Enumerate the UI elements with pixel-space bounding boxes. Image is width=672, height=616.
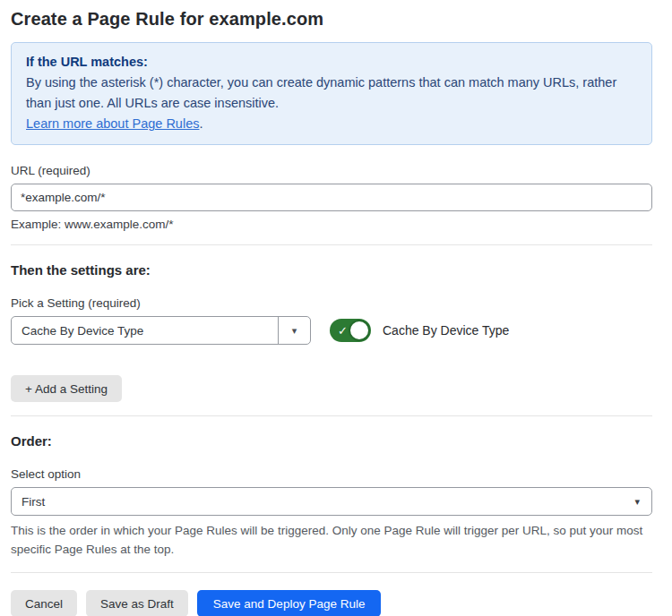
link-period: . [199,116,202,131]
cache-device-toggle[interactable]: ✓ [330,319,371,342]
setting-dropdown-value: Cache By Device Type [12,317,278,344]
add-setting-button[interactable]: + Add a Setting [11,375,122,402]
info-banner-link-line: Learn more about Page Rules. [26,114,637,134]
order-section-heading: Order: [11,433,652,449]
order-select-value: First [22,495,45,509]
order-select-label: Select option [11,467,652,481]
url-field-label: URL (required) [11,164,652,177]
save-deploy-button[interactable]: Save and Deploy Page Rule [197,590,382,616]
setting-picker-label: Pick a Setting (required) [11,296,652,310]
checkmark-icon: ✓ [338,325,348,337]
page-rule-form: Create a Page Rule for example.com If th… [0,0,672,616]
order-select[interactable]: First ▾ [11,487,652,516]
chevron-down-icon[interactable]: ▾ [278,317,310,344]
setting-picker-row: Cache By Device Type ▾ ✓ Cache By Device… [11,316,652,345]
chevron-down-icon: ▾ [634,496,640,508]
save-draft-button[interactable]: Save as Draft [86,590,188,616]
settings-section-heading: Then the settings are: [11,262,652,278]
divider [11,415,652,416]
learn-more-link[interactable]: Learn more about Page Rules [26,116,199,131]
toggle-label: Cache By Device Type [383,323,509,338]
info-banner-heading: If the URL matches: [26,52,637,73]
toggle-knob [349,320,370,341]
footer-actions: Cancel Save as Draft Save and Deploy Pag… [11,590,652,616]
info-banner-body: By using the asterisk (*) character, you… [26,73,637,114]
url-match-info-banner: If the URL matches: By using the asteris… [11,42,652,145]
setting-dropdown[interactable]: Cache By Device Type ▾ [11,316,311,345]
cancel-button[interactable]: Cancel [11,590,77,616]
url-input[interactable] [11,184,652,211]
url-helper-text: Example: www.example.com/* [11,218,652,231]
setting-toggle-group: ✓ Cache By Device Type [330,319,509,342]
page-title: Create a Page Rule for example.com [11,9,652,30]
divider [11,572,652,573]
order-helper-text: This is the order in which your Page Rul… [11,521,652,559]
divider [11,244,652,245]
